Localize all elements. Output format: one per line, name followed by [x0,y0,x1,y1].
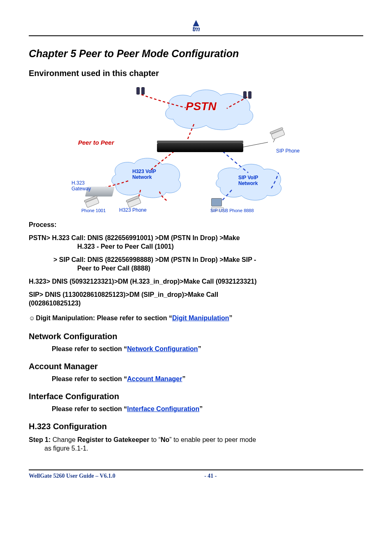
sip-phone-label: SIP Phone [276,148,300,154]
network-config-refer: Please refer to section “Network Configu… [52,345,363,353]
step1-cont: as figure 5.1-1. [44,444,363,453]
network-diagram: PSTN Peer to Peer SIP Phone H323 VoIP Ne… [46,82,346,214]
mobile-phones-left-icon [136,87,145,95]
process-line2: > SIP Call: DNIS (822656998888) >DM (PST… [53,255,363,264]
ic-prefix: Please refer to section “ [52,405,127,412]
step1-no: No [161,436,169,443]
interface-configuration-link[interactable]: Interface Configuration [127,405,199,412]
process-line4a: SIP> DNIS (1130028610825123)>DM (SIP_in_… [29,291,218,298]
process-pstn-h323: PSTN> H.323 Call: DNIS (822656991001) >D… [29,234,363,251]
h323-phone-label: H323 Phone [119,207,147,213]
sip-cloud-text1: SIP VoIP [238,175,258,180]
process-label: Process: [29,220,363,229]
sip-cloud-label: SIP VoIP Network [238,175,258,186]
footer-doc-title: WellGate 5260 User Guide – V6.1.0 [29,473,115,479]
header-logo: ▲ tm [29,20,363,33]
footer-rule [29,469,363,470]
ic-suffix: ” [199,405,203,412]
network-configuration-link[interactable]: Network Configuration [127,345,198,352]
h323-cloud-text1: H323 VoIP [132,169,156,174]
h323-step1: Step 1: Change Register to Gatekeeper to… [29,435,363,453]
dm-suffix: ” [229,314,233,321]
process-line1b: H.323 - Peer to Peer Call (1001) [77,242,363,251]
dm-prefix: Digit Manipulation: Please refer to sect… [36,314,172,321]
mobile-phones-right-icon [243,91,251,99]
account-manager-link[interactable]: Account Manager [127,375,182,382]
digit-manipulation-link[interactable]: Digit Manipulation [172,314,229,321]
logo-arrow-icon: ▲ [191,20,201,25]
section-network-config: Network Configuration [29,332,363,341]
phone-1001-label: Phone 1001 [81,208,106,213]
process-line2b: Peer to Peer Call (8888) [77,264,363,273]
step1-label: Step 1: [29,436,51,443]
voip-gateway-icon [157,143,243,152]
h323-cloud-label: H323 VoIP Network [132,169,156,180]
sip-cloud-text2: Network [238,180,258,186]
process-sip: SIP> DNIS (1130028610825123)>DM (SIP_in_… [29,290,363,308]
section-account-manager: Account Manager [29,362,363,371]
header-rule [29,35,363,36]
h323-gw-text2: Gateway [71,186,91,192]
chapter-title: Chapter 5 Peer to Peer Mode Configuratio… [29,48,363,60]
pstn-cloud-label: PSTN [186,100,217,113]
am-suffix: ” [182,375,185,382]
peer-to-peer-label: Peer to Peer [78,139,114,146]
interface-config-refer: Please refer to section “Interface Confi… [52,405,363,413]
process-line1: PSTN> H.323 Call: DNIS (822656991001) >D… [29,234,240,241]
h323-gateway-label: H.323 Gateway [71,180,91,192]
account-manager-refer: Please refer to section “Account Manager… [52,375,363,383]
step1-reg: Register to Gatekeeper [77,436,149,443]
nc-suffix: ” [198,345,201,352]
step1-ta: Change [51,436,77,443]
page-footer: WellGate 5260 User Guide – V6.1.0 - 41 - [29,473,363,479]
section-h323-config: H.323 Configuration [29,422,363,431]
sip-usb-label: SIP USB Phone 8888 [210,208,254,213]
process-pstn-sip: > SIP Call: DNIS (822656998888) >DM (PST… [29,255,363,273]
smiley-icon: ☺ [29,314,35,321]
h323-gw-text1: H.323 [71,180,85,186]
process-h323: H.323> DNIS (50932123321)>DM (H.323_in_d… [29,277,363,286]
section-interface-config: Interface Configuration [29,392,363,401]
step1-tb: to “ [149,436,161,443]
dm-note: ☺Digit Manipulation: Please refer to sec… [29,314,363,323]
step1-tc: ” to enable peer to peer mode [169,436,256,443]
footer-page-number: - 41 - [107,473,314,479]
process-line4b: (0028610825123) [29,300,81,307]
section-environment: Environment used in this chapter [29,69,363,78]
h323-cloud-text2: Network [132,174,152,180]
am-prefix: Please refer to section “ [52,375,127,382]
logo-text: tm [192,25,200,33]
nc-prefix: Please refer to section “ [52,345,127,352]
